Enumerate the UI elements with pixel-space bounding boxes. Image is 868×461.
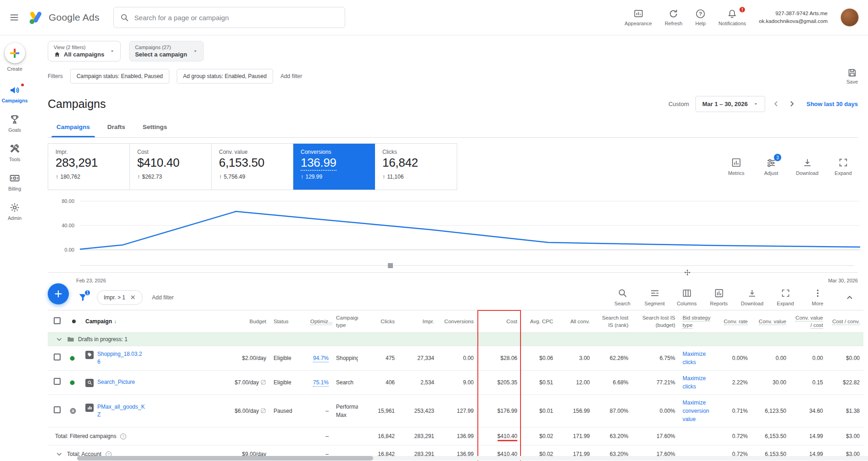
expand-account-icon[interactable]: [55, 450, 63, 458]
tab-drafts[interactable]: Drafts: [99, 117, 134, 137]
column-header-conv-rate[interactable]: Conv. rate: [716, 310, 751, 333]
bid-strategy-link[interactable]: Maximize clicks: [683, 351, 706, 365]
scorecard-cost[interactable]: Cost $410.40 ↑$262.73: [130, 144, 212, 190]
column-header-clicks[interactable]: Clicks: [358, 310, 398, 333]
google-ads-logo[interactable]: Google Ads: [28, 10, 100, 25]
avatar[interactable]: [840, 8, 859, 27]
sidebar-item-goals[interactable]: Goals: [8, 114, 21, 133]
sidebar-label-admin: Admin: [8, 215, 22, 221]
column-header-bid-strategy[interactable]: Bid strategy type: [679, 310, 716, 333]
optimization-score-link[interactable]: 75.1%: [313, 379, 329, 387]
bid-strategy-link[interactable]: Maximize conversion value: [683, 399, 709, 422]
chevron-down-icon: [193, 49, 198, 54]
scrollbar-thumb[interactable]: [77, 456, 373, 461]
previous-period-button[interactable]: [772, 99, 781, 108]
table-segment-button[interactable]: Segment: [644, 288, 665, 306]
main-menu-button[interactable]: [9, 12, 19, 22]
campaign-status-dot[interactable]: [66, 346, 82, 371]
table-add-filter-link[interactable]: Add filter: [152, 294, 174, 301]
sidebar-item-tools[interactable]: Tools: [9, 143, 21, 162]
table-expand-button[interactable]: Expand: [775, 288, 795, 306]
column-header-search-lost-is-rank[interactable]: Search lost IS (rank): [594, 310, 632, 333]
create-button[interactable]: Create: [5, 43, 25, 72]
impressions-filter-chip[interactable]: Impr. > 1: [97, 290, 143, 305]
campaign-select-dropdown[interactable]: Campaigns (27) Select a campaign: [129, 41, 203, 62]
column-header-cost-per-conv[interactable]: Cost / conv.: [827, 310, 863, 333]
column-header-budget[interactable]: Budget: [210, 310, 270, 333]
adgroup-status-filter-chip[interactable]: Ad group status: Enabled, Paused: [177, 69, 273, 84]
appearance-button[interactable]: Appearance: [625, 9, 652, 26]
date-mode-label: Custom: [668, 101, 689, 107]
chart-pan-thumb[interactable]: [388, 263, 393, 268]
column-header-optimization[interactable]: Optimiz...: [307, 310, 332, 333]
table-more-button[interactable]: More: [807, 288, 828, 306]
save-button[interactable]: Save: [846, 68, 858, 84]
row-checkbox[interactable]: [54, 378, 61, 385]
campaign-name-link[interactable]: Search_Picture: [97, 378, 135, 386]
table-download-button[interactable]: Download: [741, 288, 763, 306]
table-reports-button[interactable]: Reports: [709, 288, 729, 306]
global-search[interactable]: [113, 7, 345, 28]
sidebar-item-billing[interactable]: Billing: [8, 173, 21, 191]
scorecard-conv-value[interactable]: Conv. value 6,153.50 ↑5,756.49: [212, 144, 293, 190]
date-range-dropdown[interactable]: Mar 1 – 30, 2026: [695, 96, 765, 112]
chart-resize-handle[interactable]: [684, 269, 691, 276]
column-header-conversions[interactable]: Conversions: [438, 310, 477, 333]
column-header-campaign-type[interactable]: Campaign type: [332, 310, 358, 333]
page-title: Campaigns: [48, 97, 106, 111]
campaign-status-dot[interactable]: [66, 371, 82, 395]
column-header-status[interactable]: Status: [270, 310, 307, 333]
campaign-name-link[interactable]: PMax_all_goods_KZ: [97, 403, 145, 419]
row-checkbox[interactable]: [54, 354, 61, 360]
next-period-button[interactable]: [787, 99, 796, 108]
collapse-group-icon[interactable]: [55, 335, 63, 343]
notifications-button[interactable]: ! Notifications: [718, 9, 746, 26]
table-filter-button[interactable]: 1: [78, 292, 88, 302]
campaign-row[interactable]: Search_Picture$7.00/dayEligible75.1%Sear…: [48, 371, 863, 395]
scorecard-impressions[interactable]: Impr. 283,291 ↑180,762: [48, 144, 130, 190]
column-header-cost[interactable]: Cost: [477, 310, 521, 333]
help-icon[interactable]: ?: [120, 433, 127, 440]
column-header-campaign[interactable]: Campaign↓: [82, 310, 210, 333]
tab-campaigns[interactable]: Campaigns: [48, 117, 99, 137]
help-button[interactable]: ? Help: [695, 9, 706, 26]
filters-row: Filters Campaign status: Enabled, Paused…: [48, 66, 858, 86]
drafts-group-row[interactable]: Drafts in progress: 1: [48, 333, 863, 346]
download-button[interactable]: Download: [796, 157, 818, 176]
horizontal-scrollbar[interactable]: [77, 456, 868, 461]
campaign-status-dot[interactable]: [66, 395, 82, 427]
scorecard-clicks[interactable]: Clicks 16,842 ↑11,106: [375, 144, 457, 190]
search-input[interactable]: [134, 14, 338, 22]
campaign-name-link[interactable]: Shopping_18.03.26: [97, 350, 145, 366]
refresh-button[interactable]: Refresh: [665, 9, 683, 26]
table-columns-button[interactable]: Columns: [677, 288, 697, 306]
adjust-button[interactable]: 3 Adjust: [761, 157, 781, 176]
y-tick-80: 80.00: [62, 198, 74, 204]
close-icon[interactable]: [130, 294, 136, 300]
column-header-conv-value-per-cost[interactable]: Conv. value / cost: [790, 310, 827, 333]
view-filter-dropdown[interactable]: View (2 filters) All campaigns: [48, 41, 121, 62]
column-header-all-conv[interactable]: All conv.: [557, 310, 594, 333]
show-last-30-days-link[interactable]: Show last 30 days: [806, 101, 858, 107]
column-header-conv-value[interactable]: Conv. value: [751, 310, 790, 333]
column-header-avg-cpc[interactable]: Avg. CPC: [521, 310, 557, 333]
table-search-button[interactable]: Search: [612, 288, 633, 306]
add-campaign-fab[interactable]: [48, 283, 69, 304]
tab-settings[interactable]: Settings: [134, 117, 176, 137]
campaign-row[interactable]: Shopping_18.03.26$2.00/dayEligible94.7%S…: [48, 346, 863, 371]
expand-button[interactable]: Expand: [833, 157, 853, 176]
bid-strategy-link[interactable]: Maximize clicks: [683, 375, 706, 390]
select-all-checkbox[interactable]: [54, 317, 61, 324]
scorecard-conversions[interactable]: Conversions 136.99 ↑129.99: [293, 144, 375, 190]
optimization-score-link[interactable]: 94.7%: [313, 355, 329, 362]
campaign-row[interactable]: PMax_all_goods_KZ$6.00/dayPaused–Perform…: [48, 395, 863, 427]
campaign-status-filter-chip[interactable]: Campaign status: Enabled, Paused: [70, 69, 169, 84]
sidebar-item-campaigns[interactable]: Campaigns: [2, 84, 28, 103]
collapse-table-button[interactable]: [841, 289, 858, 306]
column-header-impressions[interactable]: Impr.: [398, 310, 438, 333]
sidebar-item-admin[interactable]: Admin: [8, 202, 22, 221]
row-checkbox[interactable]: [54, 406, 61, 413]
column-header-search-lost-is-budget[interactable]: Search lost IS (budget): [632, 310, 679, 333]
metrics-button[interactable]: Metrics: [726, 157, 746, 176]
add-filter-link[interactable]: Add filter: [280, 73, 302, 79]
